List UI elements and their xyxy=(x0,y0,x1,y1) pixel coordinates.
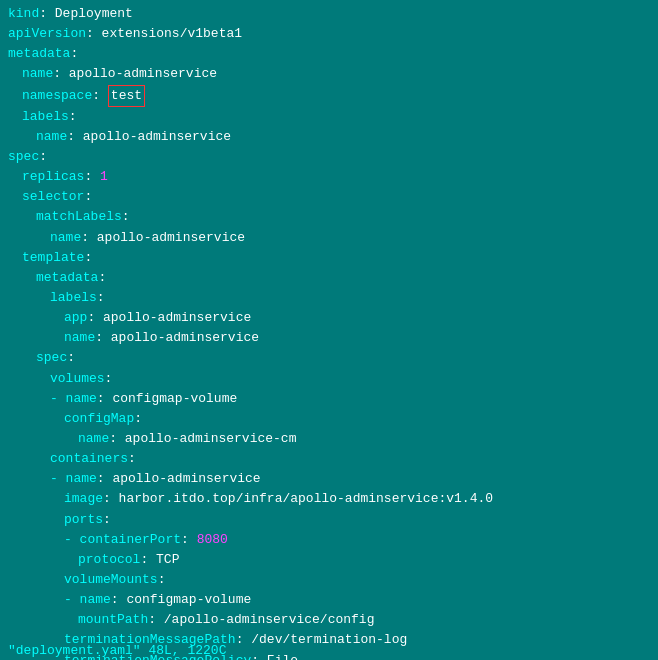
code-token: : xyxy=(181,530,197,550)
code-token: name xyxy=(22,64,53,84)
code-token: : xyxy=(103,510,111,530)
code-token: name xyxy=(36,127,67,147)
code-line: matchLabels: xyxy=(8,207,650,227)
code-token: : xyxy=(122,207,130,227)
code-token: 8080 xyxy=(197,530,228,550)
code-token: : xyxy=(84,187,92,207)
code-token: spec xyxy=(36,348,67,368)
code-line: mountPath: /apollo-adminservice/config xyxy=(8,610,650,630)
code-token: namespace xyxy=(22,86,92,106)
code-token: : xyxy=(98,268,106,288)
code-line: spec: xyxy=(8,348,650,368)
code-token: - name xyxy=(50,469,97,489)
code-token: : Deployment xyxy=(39,4,133,24)
code-line: selector: xyxy=(8,187,650,207)
code-token: : apollo-adminservice xyxy=(81,228,245,248)
code-token: name xyxy=(50,228,81,248)
code-line: ports: xyxy=(8,510,650,530)
code-line: template: xyxy=(8,248,650,268)
code-line: apiVersion: extensions/v1beta1 xyxy=(8,24,650,44)
code-line: - name: configmap-volume xyxy=(8,590,650,610)
code-token: replicas xyxy=(22,167,84,187)
code-line: metadata: xyxy=(8,44,650,64)
code-line: volumeMounts: xyxy=(8,570,650,590)
code-token: : File xyxy=(251,651,298,661)
code-line: replicas: 1 xyxy=(8,167,650,187)
code-token: 1 xyxy=(100,167,108,187)
code-token: : xyxy=(97,288,105,308)
code-token: : xyxy=(84,167,100,187)
code-token: name xyxy=(64,328,95,348)
code-token: : apollo-adminservice xyxy=(53,64,217,84)
code-token: matchLabels xyxy=(36,207,122,227)
code-line: - name: apollo-adminservice xyxy=(8,469,650,489)
code-token: mountPath xyxy=(78,610,148,630)
code-line: name: apollo-adminservice xyxy=(8,127,650,147)
code-token: kind xyxy=(8,4,39,24)
code-token: : apollo-adminservice-cm xyxy=(109,429,296,449)
namespace-value: test xyxy=(108,85,145,107)
code-token: : xyxy=(105,369,113,389)
code-line: - containerPort: 8080 xyxy=(8,530,650,550)
code-token: : configmap-volume xyxy=(111,590,251,610)
code-token: : xyxy=(92,86,108,106)
code-line: app: apollo-adminservice xyxy=(8,308,650,328)
code-token: : /apollo-adminservice/config xyxy=(148,610,374,630)
code-token: : extensions/v1beta1 xyxy=(86,24,242,44)
code-line: name: apollo-adminservice xyxy=(8,228,650,248)
code-token: labels xyxy=(50,288,97,308)
code-token: image xyxy=(64,489,103,509)
code-line: name: apollo-adminservice xyxy=(8,64,650,84)
code-line: name: apollo-adminservice-cm xyxy=(8,429,650,449)
code-token: volumeMounts xyxy=(64,570,158,590)
code-line: name: apollo-adminservice xyxy=(8,328,650,348)
code-token: - containerPort xyxy=(64,530,181,550)
code-token: template xyxy=(22,248,84,268)
code-token: : apollo-adminservice xyxy=(95,328,259,348)
code-token: ports xyxy=(64,510,103,530)
code-token: protocol xyxy=(78,550,140,570)
code-token: name xyxy=(78,429,109,449)
code-line: image: harbor.itdo.top/infra/apollo-admi… xyxy=(8,489,650,509)
code-token: : configmap-volume xyxy=(97,389,237,409)
code-token: - name xyxy=(64,590,111,610)
code-token: : xyxy=(84,248,92,268)
code-token: : xyxy=(67,348,75,368)
code-token: app xyxy=(64,308,87,328)
code-token: - name xyxy=(50,389,97,409)
code-token: containers xyxy=(50,449,128,469)
code-token: configMap xyxy=(64,409,134,429)
code-token: : apollo-adminservice xyxy=(87,308,251,328)
code-token: : xyxy=(134,409,142,429)
code-line: labels: xyxy=(8,107,650,127)
status-bar: "deployment.yaml" 48L, 1220C xyxy=(8,643,226,658)
code-token: : /dev/termination-log xyxy=(236,630,408,650)
code-token: : TCP xyxy=(140,550,179,570)
code-line: volumes: xyxy=(8,369,650,389)
code-token: : xyxy=(39,147,47,167)
code-token: selector xyxy=(22,187,84,207)
code-token: spec xyxy=(8,147,39,167)
code-line: containers: xyxy=(8,449,650,469)
code-line: - name: configmap-volume xyxy=(8,389,650,409)
code-line: labels: xyxy=(8,288,650,308)
code-token: labels xyxy=(22,107,69,127)
code-token: : xyxy=(158,570,166,590)
code-token: : xyxy=(69,107,77,127)
code-editor: kind: DeploymentapiVersion: extensions/v… xyxy=(0,0,658,660)
code-token: : apollo-adminservice xyxy=(97,469,261,489)
code-token: apiVersion xyxy=(8,24,86,44)
code-line: namespace: test xyxy=(8,85,650,107)
code-token: : xyxy=(70,44,78,64)
code-line: configMap: xyxy=(8,409,650,429)
code-token: : apollo-adminservice xyxy=(67,127,231,147)
code-token: metadata xyxy=(8,44,70,64)
code-line: metadata: xyxy=(8,268,650,288)
code-line: kind: Deployment xyxy=(8,4,650,24)
code-token: : xyxy=(128,449,136,469)
code-token: volumes xyxy=(50,369,105,389)
code-token: : harbor.itdo.top/infra/apollo-adminserv… xyxy=(103,489,493,509)
code-line: spec: xyxy=(8,147,650,167)
code-token: metadata xyxy=(36,268,98,288)
code-line: protocol: TCP xyxy=(8,550,650,570)
